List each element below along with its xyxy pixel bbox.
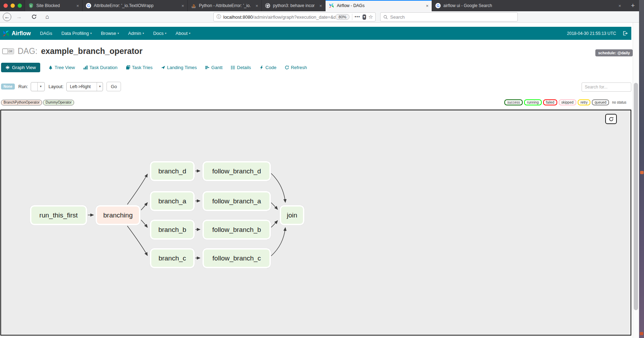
dag-node-follow_branch_d[interactable]: follow_branch_d [202, 161, 271, 181]
browser-tab-5[interactable]: Airflow - DAGs× [325, 0, 432, 11]
page-actions-icon[interactable]: ••• [355, 14, 360, 19]
browser-tab-1[interactable]: £Site Blocked× [25, 0, 82, 11]
close-tab-icon[interactable]: × [73, 3, 79, 8]
view-tab-task-duration[interactable]: Task Duration [83, 65, 117, 70]
minimize-window-icon[interactable] [11, 4, 15, 8]
tab-title: python3: behave incorrectly mo [273, 3, 315, 8]
run-select[interactable]: ▼ [31, 82, 45, 91]
browser-tab-3[interactable]: Python - AttributeError: '_io.Te× [187, 0, 261, 11]
dag-pause-toggle[interactable]: Off [2, 48, 14, 54]
dag-node-join[interactable]: join [280, 205, 304, 225]
edge-branching-to-branch_c [127, 226, 147, 256]
close-tab-icon[interactable]: × [253, 3, 258, 8]
dag-node-follow_branch_a[interactable]: follow_branch_a [202, 191, 271, 211]
nav-item-dags[interactable]: DAGs [40, 31, 52, 36]
search-input[interactable] [390, 14, 515, 20]
view-tab-graph-view[interactable]: Graph View [1, 63, 40, 72]
view-tab-details[interactable]: Details [231, 65, 251, 70]
airflow-brand[interactable]: Airflow [2, 30, 31, 37]
view-tab-task-tries[interactable]: Task Tries [126, 65, 153, 70]
dag-node-run_this_first[interactable]: run_this_first [30, 205, 87, 225]
layout-select[interactable]: Left->Right▼ [66, 82, 103, 91]
view-tab-landing-times[interactable]: Landing Times [161, 65, 197, 70]
nav-item-browse[interactable]: Browse▾ [101, 31, 119, 36]
close-tab-icon[interactable]: × [423, 3, 429, 8]
edge-follow_branch_a-to-join [271, 203, 278, 209]
operator-legend: BranchPythonOperatorDummyOperator [0, 100, 74, 105]
bookmark-star-icon[interactable]: ☆ [369, 14, 373, 20]
task-search-input[interactable] [582, 82, 631, 92]
desktop-edge [639, 0, 644, 338]
go-button[interactable]: Go [107, 82, 121, 91]
nav-item-docs[interactable]: Docs▾ [153, 31, 166, 36]
view-tab-label: Gantt [211, 65, 223, 70]
back-icon[interactable]: ← [3, 13, 11, 21]
url-bar[interactable]: ⓘ localhost:8080 /admin/airflow/graph?ex… [213, 12, 376, 21]
browser-tab-2[interactable]: GAttributeError: '_io.TextIOWrapp× [82, 0, 187, 11]
status-legend-no-status: no status [610, 100, 628, 105]
nav-item-label: Browse [101, 31, 116, 36]
view-tab-code[interactable]: Code [259, 65, 277, 70]
nav-item-about[interactable]: About▾ [176, 31, 190, 36]
nav-item-label: Docs [153, 31, 164, 36]
zoom-window-icon[interactable] [18, 4, 22, 8]
operator-legend-pill: DummyOperator [43, 100, 74, 105]
graph-icon [5, 65, 10, 70]
logout-icon[interactable] [622, 31, 628, 36]
run-label: Run: [18, 84, 28, 89]
tab-title: Airflow - DAGs [337, 3, 365, 8]
edge-follow_branch_d-to-join [271, 173, 285, 202]
browser-tab-4[interactable]: python3: behave incorrectly mo× [261, 0, 325, 11]
page-scrollbar-thumb[interactable] [634, 83, 638, 310]
view-tab-refresh[interactable]: Refresh [285, 65, 307, 70]
dag-name: example_branch_operator [41, 47, 142, 56]
dag-node-follow_branch_b[interactable]: follow_branch_b [202, 220, 271, 240]
edge-follow_branch_c-to-join [271, 228, 285, 256]
reload-icon[interactable] [30, 13, 38, 21]
dag-node-branching[interactable]: branching [96, 205, 140, 225]
close-tab-icon[interactable]: × [316, 3, 322, 8]
new-tab-button[interactable]: + [627, 0, 639, 11]
status-legend-success: success [504, 99, 523, 105]
refresh-icon [285, 65, 289, 70]
desktop-icon [640, 332, 643, 335]
nav-item-label: DAGs [40, 31, 52, 36]
forward-icon[interactable]: → [15, 13, 23, 21]
nav-item-data-profiling[interactable]: Data Profiling▾ [61, 31, 92, 36]
operator-legend-pill: BranchPythonOperator [1, 100, 42, 105]
dag-node-follow_branch_c[interactable]: follow_branch_c [202, 248, 271, 268]
svg-text:G: G [87, 4, 90, 8]
shield-icon: £ [28, 3, 34, 8]
site-info-icon[interactable]: ⓘ [217, 14, 221, 20]
close-tab-icon[interactable]: × [178, 3, 184, 8]
zoom-level-badge[interactable]: 80% [335, 14, 350, 20]
dag-graph-canvas[interactable]: run_this_firstbranchingbranch_dbranch_ab… [0, 110, 631, 336]
nav-item-label: About [176, 31, 188, 36]
status-legend-skipped: skipped [559, 99, 576, 105]
controls-row: None Run: ▼ Layout: Left->Right▼ Go [1, 82, 121, 91]
close-window-icon[interactable] [4, 4, 8, 8]
dag-node-branch_a[interactable]: branch_a [150, 191, 195, 211]
chevron-down-icon: ▾ [189, 32, 190, 35]
status-legend-queued: queued [592, 99, 609, 105]
plane-icon [161, 65, 165, 70]
url-host: localhost:8080 [223, 14, 253, 20]
edge-branching-to-branch_d [127, 174, 147, 204]
view-tab-tree-view[interactable]: Tree View [48, 65, 75, 70]
schedule-badge: schedule: @daily [595, 49, 633, 56]
utc-clock: 2018-04-30 21:55:13 UTC [567, 31, 616, 36]
dag-node-branch_b[interactable]: branch_b [150, 220, 195, 240]
nav-item-admin[interactable]: Admin▾ [128, 31, 144, 36]
home-icon[interactable]: ⌂ [43, 13, 51, 21]
airflow-icon [329, 3, 334, 8]
view-tab-gantt[interactable]: Gantt [205, 65, 223, 70]
browser-tab-bar: £Site Blocked×GAttributeError: '_io.Text… [0, 0, 639, 11]
tab-title: airflow ui - Google Search [443, 3, 492, 8]
view-tab-label: Tree View [55, 65, 75, 70]
pocket-icon[interactable]: ▼ [363, 14, 366, 20]
search-bar[interactable] [380, 12, 518, 21]
dag-node-branch_c[interactable]: branch_c [150, 248, 195, 268]
browser-tab-6[interactable]: Gairflow ui - Google Search× [432, 0, 624, 11]
dag-node-branch_d[interactable]: branch_d [150, 161, 195, 181]
close-tab-icon[interactable]: × [615, 3, 621, 8]
